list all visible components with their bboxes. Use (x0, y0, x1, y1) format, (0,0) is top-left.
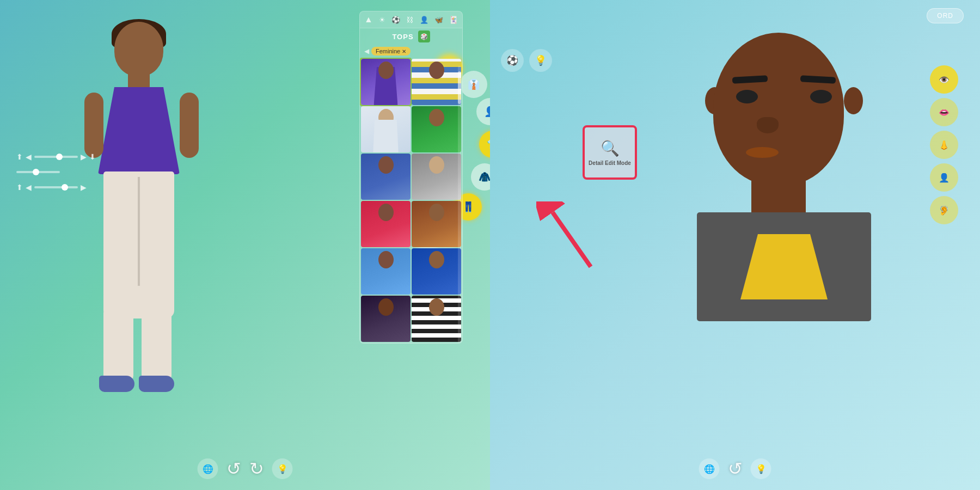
char-shoe-right (139, 376, 174, 392)
clothing-item-7[interactable] (361, 201, 411, 247)
slider-thumb-2 (33, 169, 39, 175)
bottom-controls-left: 🌐 ↺ ↻ 💡 (198, 458, 293, 479)
panel-title-row: TOPS 🎲 (360, 28, 462, 45)
slider-right-icon: ▶ (81, 152, 87, 161)
rw-item-face[interactable]: 👤 (930, 163, 958, 192)
face-ear-right (844, 87, 863, 114)
top-icon-ball[interactable]: ⚽ (501, 49, 524, 72)
clothing-item-11[interactable] (361, 296, 411, 342)
slider-muscle-icon: ⬆ (16, 183, 23, 192)
panel-icon-link[interactable]: ⛓ (406, 16, 413, 24)
char-pants-seam (138, 177, 140, 286)
slider-up-icon: ⬆ (16, 152, 23, 161)
clothing-panel: ▲ ☀ ⚽ ⛓ 👤 🦋 🃏 TOPS 🎲 ◀ Feminine ✕ (359, 11, 463, 344)
panel-top-icons-row: ▲ ☀ ⚽ ⛓ 👤 🦋 🃏 (360, 11, 462, 28)
slider-muscle[interactable]: ⬆ ◀ ▶ (16, 183, 96, 192)
globe-icon-btn[interactable]: 🌐 (198, 458, 218, 479)
slider-down-icon: ⬇ (89, 152, 96, 161)
clothing-item-4[interactable] (412, 106, 461, 152)
clothing-item-10[interactable] (412, 248, 461, 295)
face-nose (757, 117, 779, 133)
clothing-item-9[interactable] (361, 248, 411, 295)
clothing-item-1[interactable] (361, 59, 411, 105)
left-panel: ⬆ ◀ ▶ ⬇ ⬆ ◀ ▶ 👕 👔 👤 👕 🧥 👖 (0, 0, 490, 490)
rw-item-lips[interactable]: 👄 (930, 98, 958, 126)
slider-track-3[interactable] (34, 186, 78, 188)
slider-thumb (56, 154, 63, 160)
face-eye-left (736, 90, 758, 103)
wheel-item-shirt[interactable]: 👔 (460, 71, 487, 98)
right-panel: ORD ⚽ 💡 🔍 Detail Edit Mode (490, 0, 980, 490)
wheel-item-jacket[interactable]: 🧥 (471, 163, 490, 191)
panel-icon-ball[interactable]: ⚽ (391, 16, 400, 24)
rotate-left-arrow[interactable]: ↺ (226, 458, 241, 479)
clothing-item-6[interactable] (412, 154, 461, 200)
right-globe-icon-btn[interactable]: 🌐 (699, 458, 720, 479)
slider-thumb-3 (62, 184, 68, 191)
record-button[interactable]: ORD (927, 8, 964, 23)
char-shoe-left (99, 376, 134, 392)
rw-item-eyes[interactable]: 👁️ (930, 65, 958, 94)
filter-remove-btn[interactable]: ✕ (402, 48, 406, 54)
right-light-icon-btn[interactable]: 💡 (751, 458, 771, 479)
scrollbar-thumb[interactable] (458, 71, 461, 104)
clothing-item-2[interactable] (412, 59, 461, 105)
character-left (82, 22, 201, 430)
rw-item-nose[interactable]: 👃 (930, 131, 958, 159)
magnifier-icon: 🔍 (601, 139, 620, 157)
random-button[interactable]: 🎲 (418, 30, 430, 42)
char-face-container (697, 33, 871, 414)
slider-muscle-icon3: ▶ (81, 183, 87, 192)
red-arrow-annotation (536, 201, 602, 274)
rw-item-ears[interactable]: 🦻 (930, 196, 958, 224)
clothing-item-5[interactable] (361, 154, 411, 200)
filter-back-arrow[interactable]: ◀ (364, 47, 369, 55)
detail-edit-container: 🔍 Detail Edit Mode (583, 125, 637, 180)
clothing-item-12[interactable] (412, 296, 461, 342)
top-icon-light[interactable]: 💡 (529, 49, 552, 72)
panel-icon-card[interactable]: 🃏 (449, 16, 458, 24)
detail-edit-mode-button[interactable]: 🔍 Detail Edit Mode (583, 125, 637, 180)
slider-track-2[interactable] (16, 171, 60, 173)
right-rotate-left-arrow[interactable]: ↺ (728, 458, 743, 479)
clothing-grid (360, 58, 462, 343)
char-arm-right (180, 93, 199, 158)
wheel-item-casual[interactable]: 👕 (479, 131, 490, 158)
slider-left-icon: ◀ (26, 152, 32, 161)
slider-weight[interactable] (16, 171, 96, 173)
body-sliders: ⬆ ◀ ▶ ⬇ ⬆ ◀ ▶ (16, 152, 96, 201)
panel-title: TOPS (392, 33, 413, 41)
face-lips (746, 147, 779, 158)
slider-muscle-icon2: ◀ (26, 183, 32, 192)
clothing-item-3[interactable] (361, 106, 411, 152)
wheel-item-body[interactable]: 👤 (476, 98, 490, 125)
face-head (713, 33, 844, 185)
char-leg-left (103, 310, 133, 381)
char-leg-right (142, 310, 171, 381)
panel-filter-row: ◀ Feminine ✕ (360, 45, 462, 58)
panel-icon-butterfly[interactable]: 🦋 (434, 16, 443, 24)
right-top-icons: ⚽ 💡 (501, 49, 552, 72)
panel-icon-sun[interactable]: ☀ (379, 16, 385, 24)
bottom-controls-right: 🌐 ↺ 💡 (699, 458, 771, 479)
svg-line-1 (553, 212, 591, 267)
detail-edit-label: Detail Edit Mode (589, 160, 631, 166)
right-clothing-wheel: 👁️ 👄 👃 👤 🦻 (930, 65, 958, 224)
rotate-right-arrow[interactable]: ↻ (249, 458, 264, 479)
panel-icon-person[interactable]: 👤 (420, 16, 428, 24)
feminine-filter-tag[interactable]: Feminine ✕ (371, 47, 411, 56)
char-head (114, 22, 163, 76)
slider-track[interactable] (34, 156, 78, 158)
char-top-clothing (98, 87, 180, 174)
panel-up-arrow[interactable]: ▲ (364, 15, 373, 24)
face-eye-right (810, 90, 832, 103)
slider-height[interactable]: ⬆ ◀ ▶ ⬇ (16, 152, 96, 161)
light-icon-btn[interactable]: 💡 (272, 458, 293, 479)
clothing-panel-scrollbar[interactable] (458, 66, 461, 344)
clothing-item-8[interactable] (412, 201, 461, 247)
char-arm-left (84, 93, 103, 158)
